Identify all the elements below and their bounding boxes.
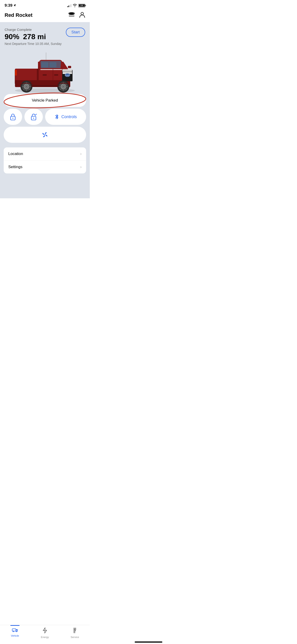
climate-row xyxy=(0,127,90,146)
menu-section: Location › Settings › xyxy=(4,148,86,174)
bluetooth-icon xyxy=(54,114,60,120)
wifi-icon xyxy=(73,4,77,7)
location-arrow-icon xyxy=(13,4,16,7)
svg-rect-7 xyxy=(42,62,48,67)
header-icons xyxy=(68,12,85,19)
app-header: Red Rocket xyxy=(0,9,90,22)
svg-rect-18 xyxy=(54,74,58,76)
fan-icon xyxy=(41,130,49,139)
profile-icon[interactable] xyxy=(79,12,85,19)
connect-icon[interactable] xyxy=(68,12,75,18)
charge-percentage: 90% xyxy=(4,32,19,41)
svg-rect-8 xyxy=(50,62,56,67)
status-time: 9:39 xyxy=(4,3,16,8)
signal-icon xyxy=(67,4,71,7)
main-content: Charge Complete 90% 278 mi Next Departur… xyxy=(0,22,90,198)
unlock-button[interactable] xyxy=(24,109,43,125)
charge-section: Charge Complete 90% 278 mi Next Departur… xyxy=(0,22,90,46)
svg-text:FORD: FORD xyxy=(66,75,69,76)
location-chevron: › xyxy=(80,152,82,156)
car-image-area: FORD xyxy=(0,46,90,94)
status-bar: 9:39 100 xyxy=(0,0,90,9)
svg-rect-15 xyxy=(62,69,72,72)
svg-rect-22 xyxy=(15,70,17,76)
location-label: Location xyxy=(8,152,23,156)
settings-label: Settings xyxy=(8,165,22,169)
vehicle-parked-pill: Vehicle Parked xyxy=(4,94,86,107)
unlock-icon xyxy=(30,113,37,120)
battery-icon: 100 xyxy=(78,4,85,7)
controls-label: Controls xyxy=(61,114,77,119)
svg-rect-16 xyxy=(40,69,62,70)
charge-range: 278 mi xyxy=(23,32,46,41)
svg-rect-40 xyxy=(31,85,59,86)
vehicle-parked-label: Vehicle Parked xyxy=(32,98,58,102)
vehicle-parked-container: Vehicle Parked xyxy=(0,94,90,109)
action-buttons-row: Controls xyxy=(0,109,90,127)
svg-rect-23 xyxy=(68,66,71,68)
svg-point-46 xyxy=(33,118,34,118)
controls-button[interactable]: Controls xyxy=(45,109,86,125)
departure-text: Next Departure Time 10:35 AM, Sunday xyxy=(4,42,85,46)
location-menu-item[interactable]: Location › xyxy=(4,148,86,160)
climate-button[interactable] xyxy=(4,127,86,143)
svg-point-3 xyxy=(81,12,84,15)
settings-menu-item[interactable]: Settings › xyxy=(4,160,86,174)
start-button[interactable]: Start xyxy=(66,28,85,37)
settings-chevron: › xyxy=(80,165,82,169)
app-title: Red Rocket xyxy=(4,12,32,18)
svg-rect-19 xyxy=(42,74,47,76)
lock-icon xyxy=(10,113,16,120)
svg-point-48 xyxy=(44,134,45,135)
svg-point-44 xyxy=(12,118,13,118)
svg-rect-21 xyxy=(37,69,39,85)
lock-button[interactable] xyxy=(4,109,22,125)
status-right: 100 xyxy=(67,4,85,7)
vehicle-image: FORD xyxy=(8,48,82,94)
